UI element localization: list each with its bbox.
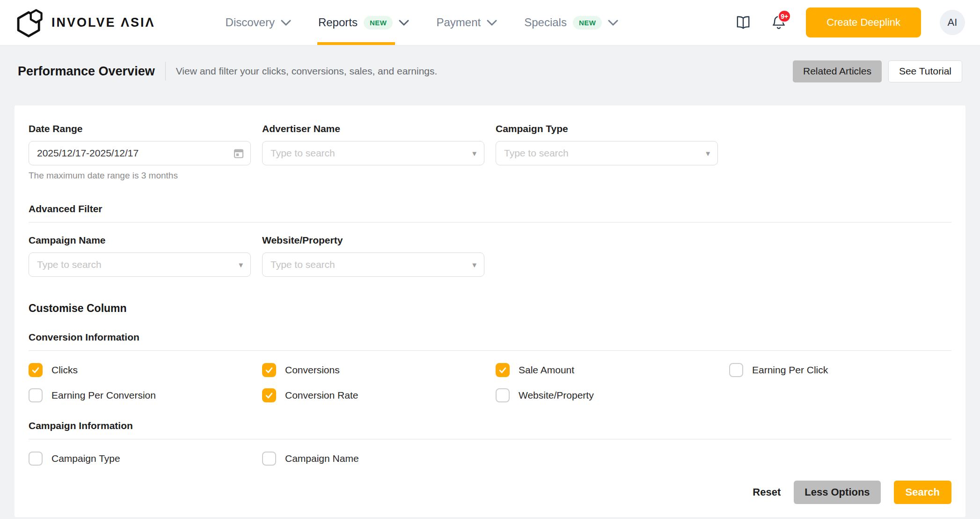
checkbox-option-website-property[interactable]: Website/Property bbox=[496, 387, 718, 403]
conversion-information-options: ClicksConversionsSale AmountEarning Per … bbox=[29, 362, 951, 403]
checkbox-label: Earning Per Click bbox=[752, 364, 828, 376]
page-title: Performance Overview bbox=[18, 64, 155, 79]
documentation-button[interactable] bbox=[735, 14, 752, 31]
checkbox-option-conversions[interactable]: Conversions bbox=[262, 362, 484, 378]
nav-item-discovery[interactable]: Discovery bbox=[226, 0, 291, 45]
main-menu: Discovery Reports NEW Payment Specials N… bbox=[226, 0, 619, 45]
chevron-down-icon bbox=[487, 20, 497, 26]
checkbox-option-earning-per-click[interactable]: Earning Per Click bbox=[729, 362, 951, 378]
less-options-button[interactable]: Less Options bbox=[794, 481, 880, 504]
form-actions: Reset Less Options Search bbox=[29, 467, 951, 504]
chevron-down-icon[interactable]: ▼ bbox=[471, 261, 478, 269]
checkbox-label: Clicks bbox=[51, 364, 78, 376]
checkbox-label: Conversion Rate bbox=[285, 390, 358, 401]
page-header: Performance Overview View and filter you… bbox=[0, 45, 980, 97]
advertiser-name-field-group: Advertiser Name ▼ bbox=[262, 123, 484, 181]
book-icon bbox=[735, 15, 751, 30]
chevron-down-icon bbox=[399, 20, 409, 26]
nav-item-label: Payment bbox=[436, 16, 481, 29]
chevron-down-icon bbox=[281, 20, 291, 26]
campaign-information-options: Campaign TypeCampaign Name bbox=[29, 451, 951, 467]
campaign-name-input[interactable] bbox=[29, 252, 251, 277]
screen: INVOLVE ΛSIΛ Discovery Reports NEW Payme… bbox=[0, 0, 980, 519]
new-badge: NEW bbox=[573, 16, 602, 30]
calendar-icon[interactable] bbox=[233, 148, 244, 159]
checkbox-checked[interactable] bbox=[262, 388, 276, 402]
nav-item-reports[interactable]: Reports NEW bbox=[318, 0, 410, 45]
advanced-filter-row: Campaign Name ▼ Website/Property ▼ bbox=[29, 235, 951, 277]
title-divider bbox=[165, 62, 166, 81]
divider bbox=[29, 350, 951, 351]
checkbox-option-campaign-type[interactable]: Campaign Type bbox=[29, 451, 251, 467]
checkbox-unchecked[interactable] bbox=[262, 452, 276, 466]
checkbox-label: Website/Property bbox=[519, 390, 594, 401]
checkbox-option-conversion-rate[interactable]: Conversion Rate bbox=[262, 387, 484, 403]
checkbox-unchecked[interactable] bbox=[29, 452, 43, 466]
campaign-information-title: Campaign Information bbox=[29, 420, 951, 431]
primary-filter-row: Date Range The maximum date range is 3 m… bbox=[29, 123, 951, 181]
brand-name: INVOLVE ΛSIΛ bbox=[51, 15, 155, 30]
website-property-field-group: Website/Property ▼ bbox=[262, 235, 484, 277]
see-tutorial-button[interactable]: See Tutorial bbox=[888, 60, 962, 82]
advertiser-name-input[interactable] bbox=[262, 141, 484, 165]
checkbox-checked[interactable] bbox=[262, 363, 276, 377]
search-button[interactable]: Search bbox=[894, 481, 951, 504]
page-subtitle: View and filter your clicks, conversions… bbox=[176, 66, 438, 77]
checkbox-label: Sale Amount bbox=[519, 364, 574, 376]
checkbox-label: Campaign Type bbox=[51, 453, 120, 464]
create-deeplink-button[interactable]: Create Deeplink bbox=[806, 7, 921, 37]
notifications-button[interactable]: 9+ bbox=[770, 14, 787, 31]
user-avatar[interactable]: AI bbox=[940, 10, 965, 35]
nav-item-label: Reports bbox=[318, 16, 358, 29]
header-actions: Related Articles See Tutorial bbox=[793, 60, 962, 82]
field-label: Date Range bbox=[29, 123, 251, 134]
top-navigation-bar: INVOLVE ΛSIΛ Discovery Reports NEW Payme… bbox=[0, 0, 980, 45]
divider bbox=[29, 222, 951, 222]
nav-item-label: Specials bbox=[524, 16, 567, 29]
customise-column-title: Customise Column bbox=[29, 302, 951, 315]
advanced-filter-title: Advanced Filter bbox=[29, 203, 951, 215]
checkbox-unchecked[interactable] bbox=[496, 388, 510, 402]
field-label: Website/Property bbox=[262, 235, 484, 246]
checkbox-option-sale-amount[interactable]: Sale Amount bbox=[496, 362, 718, 378]
checkbox-label: Earning Per Conversion bbox=[51, 390, 156, 401]
campaign-type-input[interactable] bbox=[496, 141, 718, 165]
field-label: Campaign Name bbox=[29, 235, 251, 246]
filter-card: Date Range The maximum date range is 3 m… bbox=[15, 105, 965, 517]
nav-item-payment[interactable]: Payment bbox=[436, 0, 497, 45]
checkbox-option-clicks[interactable]: Clicks bbox=[29, 362, 251, 378]
nav-item-label: Discovery bbox=[226, 16, 275, 29]
chevron-down-icon bbox=[608, 20, 618, 26]
website-property-input[interactable] bbox=[262, 252, 484, 277]
checkbox-checked[interactable] bbox=[29, 363, 43, 377]
checkbox-unchecked[interactable] bbox=[29, 388, 43, 402]
date-range-input[interactable] bbox=[29, 141, 251, 165]
notification-count-badge: 9+ bbox=[778, 10, 791, 22]
chevron-down-icon[interactable]: ▼ bbox=[704, 149, 711, 157]
field-label: Advertiser Name bbox=[262, 123, 484, 134]
campaign-name-field-group: Campaign Name ▼ bbox=[29, 235, 251, 277]
check-icon bbox=[31, 365, 40, 375]
conversion-information-section: Conversion Information ClicksConversions… bbox=[29, 332, 951, 403]
conversion-information-title: Conversion Information bbox=[29, 332, 951, 343]
related-articles-button[interactable]: Related Articles bbox=[793, 60, 882, 82]
advanced-filter-section: Advanced Filter bbox=[29, 203, 951, 222]
nav-right-cluster: 9+ Create Deeplink AI bbox=[735, 7, 965, 37]
involve-asia-logo-icon bbox=[15, 7, 45, 38]
check-icon bbox=[264, 365, 274, 375]
chevron-down-icon[interactable]: ▼ bbox=[237, 261, 244, 269]
checkbox-checked[interactable] bbox=[496, 363, 510, 377]
reset-button[interactable]: Reset bbox=[753, 486, 781, 498]
check-icon bbox=[498, 365, 507, 375]
brand-logo[interactable]: INVOLVE ΛSIΛ bbox=[15, 7, 155, 38]
date-range-field-group: Date Range The maximum date range is 3 m… bbox=[29, 123, 251, 181]
checkbox-unchecked[interactable] bbox=[729, 363, 743, 377]
date-range-helper-text: The maximum date range is 3 months bbox=[29, 171, 251, 181]
checkbox-option-campaign-name[interactable]: Campaign Name bbox=[262, 451, 484, 467]
checkbox-option-earning-per-conversion[interactable]: Earning Per Conversion bbox=[29, 387, 251, 403]
nav-item-specials[interactable]: Specials NEW bbox=[524, 0, 618, 45]
campaign-type-field-group: Campaign Type ▼ bbox=[496, 123, 718, 181]
new-badge: NEW bbox=[364, 16, 393, 30]
divider bbox=[29, 439, 951, 439]
chevron-down-icon[interactable]: ▼ bbox=[471, 149, 478, 157]
